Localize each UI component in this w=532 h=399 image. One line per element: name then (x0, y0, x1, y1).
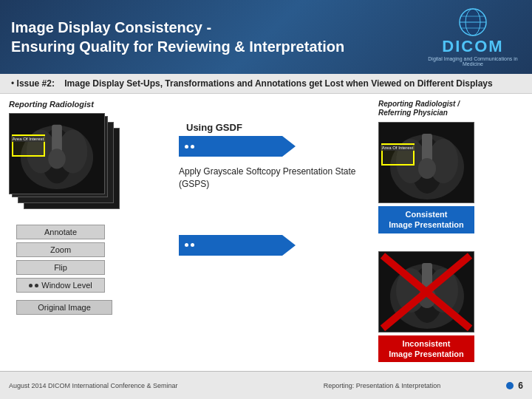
window-level-dots (29, 284, 38, 287)
svg-point-30 (418, 158, 436, 179)
issue-text: Image Display Set-Ups, Transformations a… (64, 78, 492, 89)
reporting-radiologist-label-left: Reporting Radiologist (9, 100, 164, 109)
window-level-arrow (179, 235, 371, 256)
arrow-body-top (179, 136, 282, 157)
window-level-label: Window Level (41, 281, 92, 290)
area-of-interest-label: Area Of Interest (11, 136, 45, 142)
reporting-radiologist-label-right: Reporting Radiologist / Referring Physic… (378, 100, 460, 117)
left-column: Reporting Radiologist (9, 100, 164, 378)
main-content: Reporting Radiologist (0, 94, 532, 383)
dicom-subtitle: Digital Imaging and Communications in Me… (425, 56, 521, 66)
arrow-head-top (282, 136, 296, 157)
zoom-step: Zoom (16, 242, 105, 257)
reporting-line2: Referring Physician (378, 109, 448, 117)
footer-page-number-area: 6 (506, 381, 523, 391)
flip-step: Flip (16, 260, 105, 275)
footer-conference-text: August 2014 DICOM International Conferen… (9, 382, 258, 389)
gsdf-arrow (179, 136, 371, 157)
svg-point-23 (48, 149, 66, 168)
inconsistent-presentation-label: Inconsistent Image Presentation (378, 335, 474, 363)
inconsistent-line1: Inconsistent (403, 339, 451, 348)
footer: August 2014 DICOM International Conferen… (0, 371, 532, 399)
arrow-dots-top (185, 145, 194, 149)
title-line2: Ensuring Quality for Reviewing & Interpr… (11, 38, 344, 55)
globe-icon (458, 7, 488, 37)
arrow-body-bottom (179, 235, 282, 256)
page-number: 6 (518, 381, 523, 391)
right-area-interest-label: Area Of Interest (381, 145, 415, 151)
page-dot-icon (506, 382, 514, 389)
issue-label: Issue #2: (17, 78, 55, 89)
arrow-dots-bottom (185, 243, 194, 247)
right-xray-bottom (378, 251, 474, 332)
using-gsdf-label: Using GSDF (186, 122, 371, 133)
header: Image Display Consistency - Ensuring Qua… (0, 0, 532, 74)
right-column: Reporting Radiologist / Referring Physic… (378, 100, 504, 378)
right-xray-top: Area Of Interest (378, 122, 474, 203)
window-level-step: Window Level (16, 278, 105, 293)
xray-main-image: Area Of Interest (9, 113, 105, 194)
dicom-logo: DICOM Digital Imaging and Communications… (425, 7, 521, 66)
dicom-brand-text: DICOM (442, 37, 503, 56)
consistent-presentation-label: Consistent Image Presentation (378, 206, 474, 233)
middle-column: Using GSDF Apply Grayscale Softcopy Pres… (171, 100, 371, 378)
arrow-head-bottom (282, 235, 296, 256)
page-title: Image Display Consistency - Ensuring Qua… (11, 18, 414, 56)
annotate-step: Annotate (16, 225, 105, 239)
red-x-icon (379, 252, 474, 332)
xray-image-stack: Area Of Interest (9, 113, 134, 220)
inconsistent-line2: Image Presentation (389, 349, 463, 358)
reporting-line1: Reporting Radiologist / (378, 100, 460, 108)
footer-subtitle-text: Reporting: Presentation & Interpretation (258, 382, 507, 389)
subheader: • Issue #2: Image Display Set-Ups, Trans… (0, 74, 532, 94)
original-image-label: Original Image (16, 300, 112, 315)
title-line1: Image Display Consistency - (11, 19, 211, 35)
consistent-line2: Image Presentation (389, 220, 463, 229)
gsps-description: Apply Grayscale Softcopy Presentation St… (179, 166, 371, 191)
consistent-line1: Consistent (406, 210, 448, 219)
